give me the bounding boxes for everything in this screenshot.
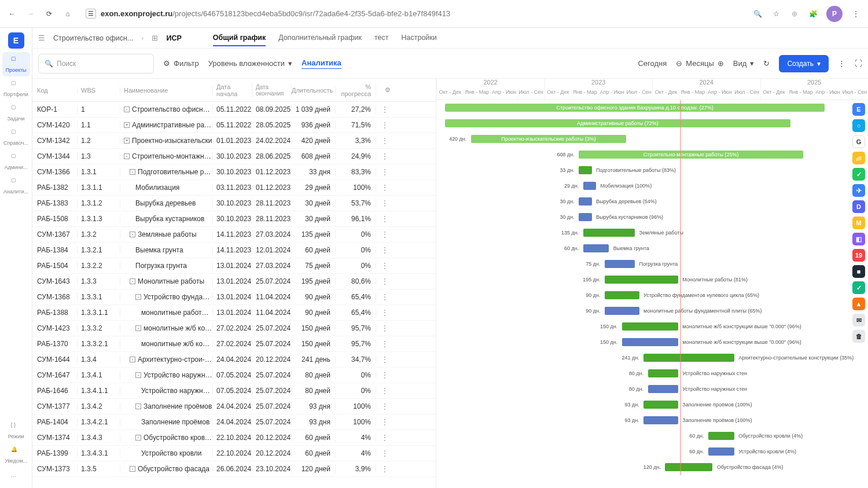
tab-2[interactable]: тест: [374, 30, 389, 46]
row-menu-icon[interactable]: ⋮: [376, 434, 393, 442]
row-menu-icon[interactable]: ⋮: [376, 215, 393, 223]
gantt-bar[interactable]: [583, 244, 609, 252]
gantt-bar[interactable]: [622, 338, 678, 346]
col-end[interactable]: Дата окончания: [252, 84, 292, 97]
expand-icon[interactable]: -: [130, 278, 135, 284]
col-code[interactable]: Код: [32, 87, 78, 94]
create-button[interactable]: Создать ▾: [779, 55, 829, 72]
search-input[interactable]: 🔍 Поиск: [38, 54, 154, 74]
dock-app-0[interactable]: E: [852, 103, 865, 116]
row-menu-icon[interactable]: ⋮: [376, 230, 393, 239]
row-menu-icon[interactable]: ⋮: [376, 152, 393, 160]
dock-app-6[interactable]: D: [852, 200, 865, 213]
gantt-bar[interactable]: [583, 229, 635, 237]
table-row[interactable]: СУМ-16471.3.4.1-Устройство наружных с07.…: [32, 368, 436, 383]
dock-app-1[interactable]: ○: [852, 119, 865, 132]
rail-item-4[interactable]: ▢Админи...: [2, 149, 30, 174]
filter-button[interactable]: ⚙Фильтр: [163, 59, 199, 68]
gantt-bar[interactable]: [643, 416, 678, 424]
minus-icon[interactable]: ⊖: [676, 59, 682, 68]
browser-menu-icon[interactable]: ⋮: [851, 9, 861, 19]
today-button[interactable]: Сегодня: [638, 59, 667, 68]
table-row[interactable]: РАБ-14041.3.4.2.1Заполнение проёмов24.04…: [32, 414, 436, 430]
row-menu-icon[interactable]: ⋮: [376, 355, 393, 364]
view-dropdown[interactable]: Вид ▾: [733, 59, 755, 68]
row-menu-icon[interactable]: ⋮: [376, 199, 393, 207]
expand-icon[interactable]: +: [124, 138, 130, 144]
dock-app-9[interactable]: 19: [852, 249, 865, 262]
home-icon[interactable]: ⌂: [62, 9, 73, 19]
gantt-bar[interactable]: [643, 354, 734, 362]
bookmark-icon[interactable]: ☆: [771, 9, 781, 19]
col-name[interactable]: Наименование: [120, 87, 213, 94]
row-menu-icon[interactable]: ⋮: [376, 262, 393, 270]
row-menu-icon[interactable]: ⋮: [376, 105, 393, 113]
extensions-icon[interactable]: 🧩: [808, 9, 818, 19]
gantt-bar[interactable]: [665, 463, 712, 471]
expand-icon[interactable]: -: [135, 372, 141, 378]
dock-app-11[interactable]: ✓: [852, 281, 865, 294]
crumb-current[interactable]: ИСР: [166, 34, 181, 42]
expand-icon[interactable]: -: [135, 294, 141, 300]
gantt-bar[interactable]: [583, 182, 596, 190]
dock-app-13[interactable]: ✉: [852, 314, 865, 326]
table-row[interactable]: РАБ-16461.3.4.1.1Устройство наружных с07…: [32, 383, 436, 399]
gantt-bar[interactable]: Проектно-изыскательские работы (3%): [471, 135, 627, 143]
table-row[interactable]: СУМ-14201.1+Административные работ05.11.…: [32, 118, 436, 133]
gantt-bar[interactable]: Строительно-монтажные работы (25%): [579, 151, 803, 159]
row-menu-icon[interactable]: ⋮: [376, 184, 393, 192]
table-row[interactable]: СУМ-13441.3-Строительно-монтажные30.10.2…: [32, 149, 436, 164]
row-menu-icon[interactable]: ⋮: [376, 465, 393, 473]
row-menu-icon[interactable]: ⋮: [376, 277, 393, 285]
rail-item-2[interactable]: ▢Задачи: [2, 101, 30, 125]
expand-icon[interactable]: -: [135, 435, 141, 441]
dock-app-12[interactable]: ▲: [852, 298, 865, 310]
row-menu-icon[interactable]: ⋮: [376, 324, 393, 332]
expand-icon[interactable]: -: [130, 232, 135, 237]
months-dropdown[interactable]: ⊖ Месяцы ⊕: [676, 59, 724, 68]
refresh-button[interactable]: ↻: [763, 59, 770, 68]
col-settings[interactable]: ⚙: [376, 86, 399, 94]
more-button[interactable]: ⋮: [838, 59, 845, 68]
gantt-bar[interactable]: [708, 447, 734, 456]
gantt-bar[interactable]: [648, 385, 678, 393]
expand-icon[interactable]: -: [135, 325, 141, 331]
nesting-dropdown[interactable]: Уровень вложенности ▾: [208, 59, 292, 68]
row-menu-icon[interactable]: ⋮: [376, 168, 393, 176]
dock-app-14[interactable]: 🗑: [852, 330, 865, 343]
profile-avatar[interactable]: P: [826, 6, 843, 22]
gantt-bar[interactable]: [579, 166, 591, 174]
row-menu-icon[interactable]: ⋮: [376, 121, 393, 129]
gantt-bar[interactable]: [622, 322, 678, 331]
row-menu-icon[interactable]: ⋮: [376, 371, 393, 379]
gantt-bar[interactable]: [605, 260, 635, 268]
table-row[interactable]: СУМ-13421.2+Проектно-изыскательски01.01.…: [32, 133, 436, 149]
col-wbs[interactable]: WBS: [78, 87, 120, 94]
table-row[interactable]: СУМ-16431.3.3-Монолитные работы13.01.202…: [32, 274, 436, 289]
table-row[interactable]: КОР-11-Строительство офисного здания Бах…: [32, 102, 436, 118]
rail-item-1[interactable]: ▢Портфели: [2, 76, 30, 101]
back-icon[interactable]: ←: [7, 9, 17, 19]
gantt-bar[interactable]: Административные работы (72%): [445, 119, 790, 127]
tab-3[interactable]: Настройки: [401, 30, 436, 46]
table-row[interactable]: СУМ-14231.3.3.2-монолитные ж/б кон-струк…: [32, 321, 436, 336]
table-row[interactable]: СУМ-13771.3.4.2-Заполнение проёмов24.04.…: [32, 399, 436, 414]
forward-icon[interactable]: →: [25, 9, 36, 19]
app-logo[interactable]: E: [8, 32, 24, 49]
expand-icon[interactable]: -: [135, 403, 141, 409]
table-row[interactable]: СУМ-13681.3.3.1-Устройство фундамен-тов …: [32, 289, 436, 305]
row-menu-icon[interactable]: ⋮: [376, 293, 393, 301]
dock-app-8[interactable]: ◧: [852, 233, 865, 245]
row-menu-icon[interactable]: ⋮: [376, 309, 393, 317]
gantt-chart[interactable]: 2022202320242025 Окт - ДекЯнв - МарАпр -…: [436, 79, 868, 488]
rail-bottom-0[interactable]: { }Режим: [2, 419, 30, 443]
url-bar[interactable]: ☰ exon.exonproject.ru/projects/646751812…: [81, 6, 744, 22]
row-menu-icon[interactable]: ⋮: [376, 387, 393, 395]
plus-icon[interactable]: ⊕: [718, 59, 724, 68]
row-menu-icon[interactable]: ⋮: [376, 418, 393, 426]
table-row[interactable]: СУМ-13661.3.1-Подготовительные работ30.1…: [32, 164, 436, 180]
reload-icon[interactable]: ⟳: [44, 9, 54, 19]
zoom-icon[interactable]: 🔍: [752, 9, 763, 19]
table-row[interactable]: СУМ-13731.3.5-Обустройство фасада26.06.2…: [32, 461, 436, 477]
expand-icon[interactable]: -: [130, 169, 135, 175]
